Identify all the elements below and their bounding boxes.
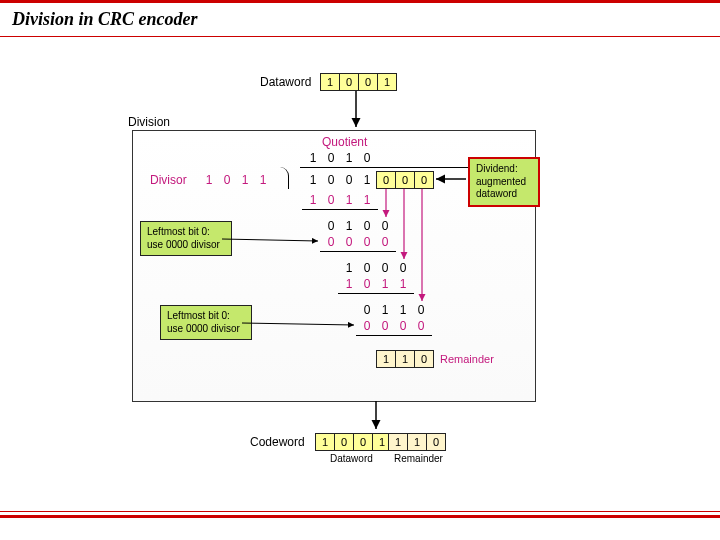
leftmost-note-1: Leftmost bit 0:use 0000 divisor: [140, 221, 232, 256]
bottom-rule-1: [0, 511, 720, 512]
row-1: 1011: [304, 193, 376, 207]
dividend-callout: Dividend:augmenteddataword: [468, 157, 540, 207]
bit: 1: [321, 74, 340, 90]
division-paren: [280, 167, 289, 189]
dataword-label: Dataword: [260, 75, 311, 89]
dataword-box: 1 0 0 1: [320, 73, 397, 91]
footer-rules: [0, 511, 720, 518]
remainder-label: Remainder: [440, 353, 494, 365]
row-6: 0110: [358, 303, 430, 317]
division-label: Division: [128, 115, 170, 129]
rule-1: [302, 209, 378, 210]
bit: 0: [340, 74, 359, 90]
row-7: 0000: [358, 319, 430, 333]
rule-2: [320, 251, 396, 252]
rule-3: [338, 293, 414, 294]
quotient-rule: [300, 167, 470, 168]
top-rule-2: [0, 36, 720, 37]
row-5: 1011: [340, 277, 412, 291]
leftmost-note-1-text: Leftmost bit 0:use 0000 divisor: [147, 226, 220, 250]
leftmost-note-2-text: Leftmost bit 0:use 0000 divisor: [167, 310, 240, 334]
dividend-head: 1 0 0 1: [304, 173, 376, 187]
footer-remainder-label: Remainder: [394, 453, 443, 464]
codeword-rem-box: 1 1 0: [388, 433, 446, 451]
codeword-data-box: 1 0 0 1: [315, 433, 392, 451]
remainder-box: 1 1 0: [376, 350, 434, 368]
dividend-augmented-box: 0 0 0: [376, 171, 434, 189]
leftmost-note-2: Leftmost bit 0:use 0000 divisor: [160, 305, 252, 340]
bottom-rule-2: [0, 515, 720, 518]
bit: 0: [359, 74, 378, 90]
rule-4: [356, 335, 432, 336]
row-2: 0100: [322, 219, 394, 233]
codeword-label: Codeword: [250, 435, 305, 449]
bit: 1: [378, 74, 396, 90]
footer-dataword-label: Dataword: [330, 453, 373, 464]
row-3: 0000: [322, 235, 394, 249]
row-4: 1000: [340, 261, 412, 275]
dividend-callout-text: Dividend:augmenteddataword: [476, 163, 526, 199]
diagram-stage: Dataword 1 0 0 1 Division Quotient 1 0 1…: [140, 75, 580, 475]
divisor-bits: 1 0 1 1: [200, 173, 272, 187]
quotient-bits: 1 0 1 0: [304, 151, 376, 165]
divisor-label: Divisor: [150, 173, 187, 187]
quotient-label: Quotient: [322, 135, 367, 149]
page-title: Division in CRC encoder: [0, 3, 720, 36]
